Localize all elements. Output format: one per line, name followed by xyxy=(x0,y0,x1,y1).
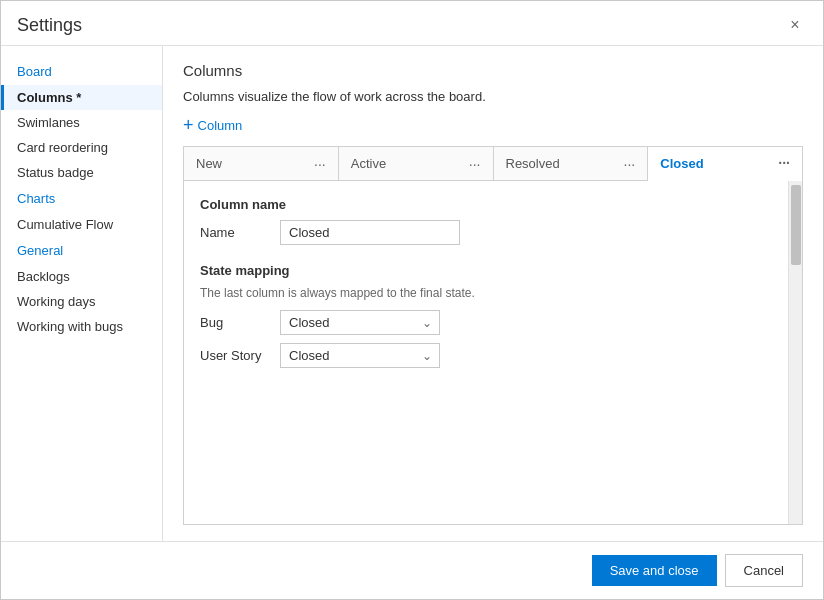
settings-dialog: Settings × Board Columns * Swimlanes Car… xyxy=(0,0,824,600)
bug-label: Bug xyxy=(200,315,280,330)
tab-resolved-menu-icon[interactable]: ··· xyxy=(624,156,636,172)
sidebar-item-status-badge[interactable]: Status badge xyxy=(1,160,162,185)
scrollbar-thumb[interactable] xyxy=(791,185,801,265)
dialog-header: Settings × xyxy=(1,1,823,46)
scrollbar[interactable] xyxy=(788,181,802,524)
state-mapping-title: State mapping xyxy=(200,263,772,278)
columns-tabs: New ··· Active ··· Resolved ··· Closed ·… xyxy=(184,147,802,181)
column-name-group: Column name Name xyxy=(200,197,772,245)
bug-field-row: Bug Closed Active Resolved New ⌄ xyxy=(200,310,772,335)
bug-select-wrapper: Closed Active Resolved New ⌄ xyxy=(280,310,440,335)
name-label: Name xyxy=(200,225,280,240)
state-mapping-desc: The last column is always mapped to the … xyxy=(200,286,772,300)
state-mapping-group: State mapping The last column is always … xyxy=(200,263,772,368)
cancel-button[interactable]: Cancel xyxy=(725,554,803,587)
user-story-select-wrapper: Closed Active Resolved New ⌄ xyxy=(280,343,440,368)
bug-select[interactable]: Closed Active Resolved New xyxy=(280,310,440,335)
columns-content-row: Column name Name State mapping The last … xyxy=(184,181,802,524)
columns-area: New ··· Active ··· Resolved ··· Closed ·… xyxy=(183,146,803,525)
sidebar-item-columns[interactable]: Columns * xyxy=(1,85,162,110)
sidebar-item-card-reordering[interactable]: Card reordering xyxy=(1,135,162,160)
sidebar-section-general[interactable]: General xyxy=(1,237,162,264)
tab-active[interactable]: Active ··· xyxy=(339,147,494,180)
sidebar-section-charts[interactable]: Charts xyxy=(1,185,162,212)
sidebar-item-swimlanes[interactable]: Swimlanes xyxy=(1,110,162,135)
sidebar-item-cumulative-flow[interactable]: Cumulative Flow xyxy=(1,212,162,237)
sidebar-item-working-with-bugs[interactable]: Working with bugs xyxy=(1,314,162,339)
save-and-close-button[interactable]: Save and close xyxy=(592,555,717,586)
column-name-input[interactable] xyxy=(280,220,460,245)
plus-icon: + xyxy=(183,116,194,134)
tab-resolved[interactable]: Resolved ··· xyxy=(494,147,649,180)
main-content: Columns Columns visualize the flow of wo… xyxy=(163,46,823,541)
sidebar-section-board[interactable]: Board xyxy=(1,58,162,85)
sidebar: Board Columns * Swimlanes Card reorderin… xyxy=(1,46,163,541)
sidebar-item-working-days[interactable]: Working days xyxy=(1,289,162,314)
sidebar-item-backlogs[interactable]: Backlogs xyxy=(1,264,162,289)
column-name-section-title: Column name xyxy=(200,197,772,212)
columns-section-title: Columns xyxy=(183,62,803,79)
close-button[interactable]: × xyxy=(783,13,807,37)
columns-detail: Column name Name State mapping The last … xyxy=(184,181,788,524)
name-field-row: Name xyxy=(200,220,772,245)
user-story-label: User Story xyxy=(200,348,280,363)
tab-closed[interactable]: Closed ··· xyxy=(648,147,802,181)
tab-new[interactable]: New ··· xyxy=(184,147,339,180)
tab-closed-menu-icon[interactable]: ··· xyxy=(778,155,790,171)
tab-active-menu-icon[interactable]: ··· xyxy=(469,156,481,172)
dialog-title: Settings xyxy=(17,15,82,36)
user-story-field-row: User Story Closed Active Resolved New ⌄ xyxy=(200,343,772,368)
columns-description: Columns visualize the flow of work acros… xyxy=(183,89,803,104)
dialog-footer: Save and close Cancel xyxy=(1,541,823,599)
tab-new-menu-icon[interactable]: ··· xyxy=(314,156,326,172)
dialog-body: Board Columns * Swimlanes Card reorderin… xyxy=(1,46,823,541)
user-story-select[interactable]: Closed Active Resolved New xyxy=(280,343,440,368)
add-column-button[interactable]: + Column xyxy=(183,116,803,134)
